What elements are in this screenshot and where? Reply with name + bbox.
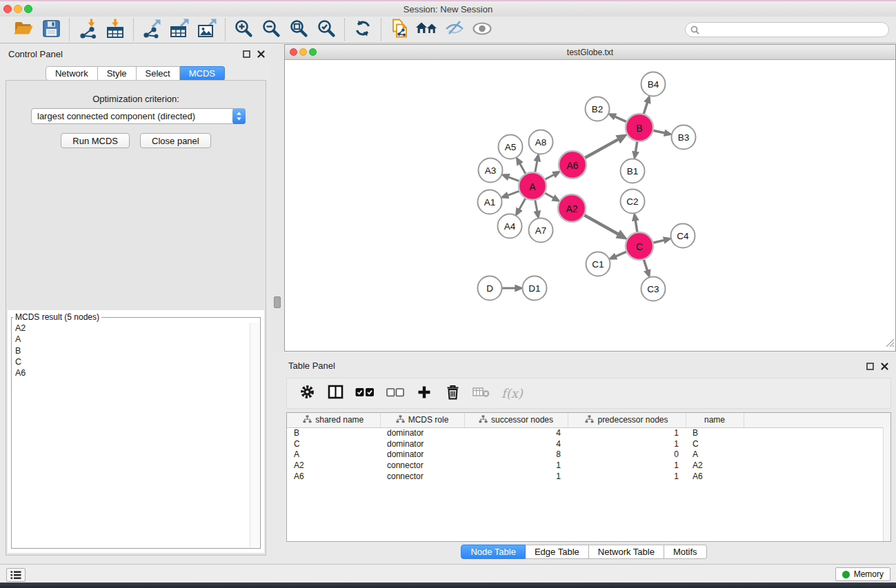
table-cell[interactable]: dominator [380, 427, 464, 438]
show-columns-button[interactable] [327, 385, 344, 402]
graph-node-B[interactable]: B [626, 114, 653, 141]
export-table-button[interactable] [168, 18, 191, 41]
table-cell[interactable]: 1 [464, 460, 568, 471]
graph-node-A7[interactable]: A7 [529, 219, 553, 243]
graph-node-A8[interactable]: A8 [529, 130, 553, 154]
table-cell[interactable]: B [686, 427, 744, 438]
vertical-splitter-handle[interactable] [274, 296, 281, 308]
export-network-button[interactable] [140, 18, 163, 41]
table-cell[interactable]: 8 [464, 449, 568, 460]
export-image-button[interactable] [195, 18, 219, 41]
graph-node-A5[interactable]: A5 [499, 135, 523, 159]
graph-edge-B-B2[interactable] [614, 116, 628, 123]
graph-node-A4[interactable]: A4 [498, 214, 522, 239]
network-canvas[interactable]: B4B2BB3A8A5A6A3B1AA1C2A2A4A7C4CC1C3DD1 [285, 60, 895, 352]
hide-graphics-details-button[interactable] [443, 18, 466, 41]
graph-node-B1[interactable]: B1 [621, 159, 645, 183]
zoom-in-button[interactable] [232, 18, 255, 41]
table-row[interactable]: A2connector11A2 [287, 460, 890, 471]
graph-node-C3[interactable]: C3 [641, 277, 666, 301]
task-history-button[interactable] [6, 568, 26, 582]
graph-node-A2[interactable]: A2 [558, 194, 586, 222]
new-network-from-selection-button[interactable] [388, 18, 411, 41]
network-overview-button[interactable] [415, 18, 439, 41]
create-column-button[interactable] [416, 385, 432, 402]
graph-edge-A-A4[interactable] [519, 197, 526, 210]
graph-edge-A2-C[interactable] [583, 214, 620, 235]
graph-node-C4[interactable]: C4 [671, 224, 695, 248]
select-all-button[interactable] [355, 387, 375, 400]
tab-network[interactable]: Network [46, 66, 98, 81]
graph-edge-B-B4[interactable] [643, 101, 648, 116]
column-header-name[interactable]: name [686, 413, 744, 427]
table-cell[interactable]: 1 [568, 460, 686, 471]
mcds-result-item[interactable]: A [12, 334, 249, 345]
mcds-result-item[interactable]: A2 [12, 323, 249, 334]
table-row[interactable]: Adominator80A [287, 449, 890, 460]
mcds-list-scrollbar[interactable] [250, 323, 259, 547]
window-resize-grip[interactable] [886, 338, 895, 350]
table-cell[interactable]: A6 [287, 471, 380, 482]
table-cell[interactable]: C [686, 438, 744, 449]
column-header-MCDS-role[interactable]: MCDS role [380, 413, 464, 427]
table-cell[interactable]: A [287, 449, 380, 460]
column-header-successor-nodes[interactable]: successor nodes [464, 413, 568, 427]
close-panel-button[interactable]: Close panel [140, 133, 211, 148]
table-cell[interactable]: 1 [568, 438, 686, 449]
mcds-result-item[interactable]: B [12, 345, 249, 356]
graph-edge-A-A1[interactable] [507, 190, 521, 196]
open-file-button[interactable] [12, 18, 35, 41]
float-panel-icon[interactable] [243, 50, 250, 58]
delete-column-button[interactable] [444, 385, 461, 403]
graph-node-A[interactable]: A [519, 172, 546, 200]
table-cell[interactable]: connector [380, 471, 464, 482]
tab-style[interactable]: Style [98, 66, 137, 81]
tab-motifs[interactable]: Motifs [664, 545, 707, 559]
graph-node-B3[interactable]: B3 [672, 125, 696, 150]
graph-node-A3[interactable]: A3 [479, 159, 503, 183]
memory-button[interactable]: Memory [835, 567, 890, 581]
import-network-from-file-button[interactable] [76, 18, 99, 41]
table-cell[interactable]: 1 [568, 471, 686, 482]
search-field[interactable] [685, 22, 889, 37]
graph-node-C1[interactable]: C1 [586, 252, 610, 276]
table-cell[interactable]: 0 [568, 449, 686, 460]
zoom-fit-button[interactable] [287, 18, 310, 41]
refresh-view-button[interactable] [351, 18, 375, 41]
graph-node-D[interactable]: D [478, 276, 502, 301]
table-cell[interactable]: dominator [380, 438, 464, 449]
table-row[interactable]: Cdominator41C [287, 438, 890, 449]
graph-node-A6[interactable]: A6 [559, 151, 586, 179]
table-row[interactable]: A6connector11A6 [287, 471, 890, 482]
table-cell[interactable]: A [686, 449, 744, 460]
table-mode-gear-button[interactable] [299, 384, 315, 403]
column-header-predecessor-nodes[interactable]: predecessor nodes [568, 413, 686, 427]
table-cell[interactable]: 1 [464, 471, 568, 482]
import-table-from-file-button[interactable] [103, 18, 127, 41]
graph-node-B2[interactable]: B2 [586, 97, 610, 121]
column-header-shared-name[interactable]: shared name [287, 413, 380, 427]
graph-node-C[interactable]: C [626, 232, 653, 260]
graph-node-C2[interactable]: C2 [621, 190, 645, 214]
table-cell[interactable]: C [287, 438, 380, 449]
table-scrollbar[interactable] [883, 427, 890, 541]
table-cell[interactable]: connector [380, 460, 464, 471]
zoom-selected-button[interactable] [315, 18, 338, 41]
graph-node-D1[interactable]: D1 [523, 276, 547, 301]
run-mcds-button[interactable]: Run MCDS [61, 133, 130, 148]
mcds-result-item[interactable]: A6 [12, 367, 249, 378]
graph-edge-A6-B[interactable] [584, 139, 620, 159]
mcds-result-item[interactable]: C [12, 356, 249, 367]
optimization-criterion-select[interactable]: largest connected component (directed) [31, 108, 246, 124]
table-row[interactable]: Bdominator41B [287, 427, 890, 438]
table-cell[interactable]: A6 [686, 471, 744, 482]
mcds-result-list[interactable]: A2ABCA6 [12, 323, 249, 547]
table-cell[interactable]: dominator [380, 449, 464, 460]
zoom-out-button[interactable] [259, 18, 283, 41]
table-cell[interactable]: B [287, 427, 380, 438]
close-panel-icon[interactable] [257, 50, 265, 58]
tab-mcds[interactable]: MCDS [180, 66, 225, 81]
table-cell[interactable]: 4 [464, 427, 568, 438]
network-window-titlebar[interactable]: testGlobe.txt [285, 45, 895, 60]
graph-node-A1[interactable]: A1 [478, 190, 502, 214]
